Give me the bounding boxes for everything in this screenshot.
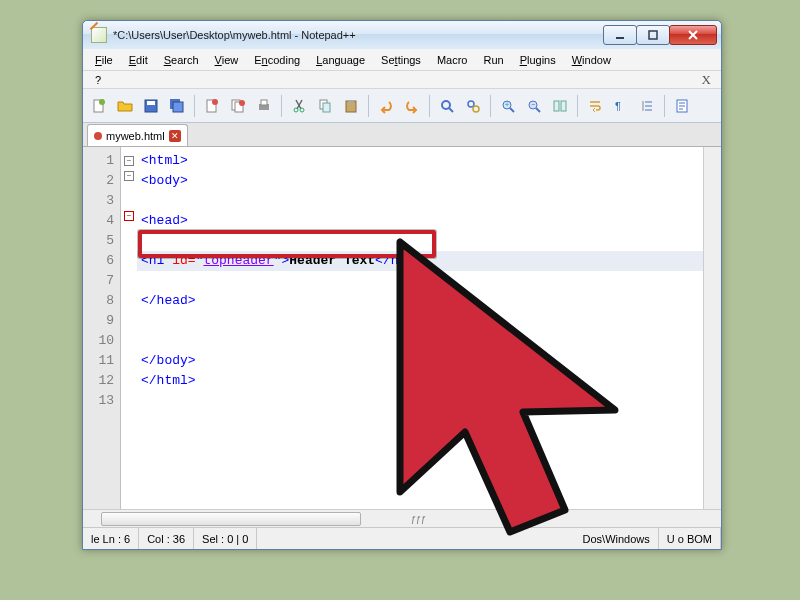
menu-run[interactable]: Run	[477, 52, 509, 68]
menu-help[interactable]: ?	[89, 72, 107, 88]
window-title: *C:\Users\User\Desktop\myweb.html - Note…	[113, 29, 604, 41]
zoom-out-button[interactable]: −	[522, 94, 546, 118]
menubar-close-icon[interactable]: X	[698, 72, 715, 88]
app-icon	[91, 27, 107, 43]
maximize-button[interactable]	[636, 25, 670, 45]
editor[interactable]: 12345678910111213 − − − <html> <body> <h…	[83, 147, 721, 509]
indent-guide-button[interactable]	[635, 94, 659, 118]
menubar-row2: ? X	[83, 71, 721, 89]
svg-point-19	[294, 108, 298, 112]
copy-button[interactable]	[313, 94, 337, 118]
code-area[interactable]: <html> <body> <head> <h1 id="topheader">…	[137, 147, 703, 509]
svg-rect-16	[261, 100, 267, 105]
doc-map-button[interactable]	[670, 94, 694, 118]
fold-column[interactable]: − − −	[121, 147, 137, 509]
menu-view[interactable]: View	[209, 52, 245, 68]
titlebar[interactable]: *C:\Users\User\Desktop\myweb.html - Note…	[83, 21, 721, 49]
tab-myweb[interactable]: myweb.html ✕	[87, 124, 188, 146]
show-chars-button[interactable]: ¶	[609, 94, 633, 118]
paste-button[interactable]	[339, 94, 363, 118]
svg-text:−: −	[531, 101, 535, 108]
new-file-button[interactable]	[87, 94, 111, 118]
svg-rect-36	[561, 101, 566, 111]
print-button[interactable]	[252, 94, 276, 118]
close-button[interactable]	[669, 25, 717, 45]
status-eol: Dos\Windows	[575, 528, 659, 549]
cut-button[interactable]	[287, 94, 311, 118]
vertical-scrollbar[interactable]	[703, 147, 721, 509]
menu-settings[interactable]: Settings	[375, 52, 427, 68]
svg-point-20	[300, 108, 304, 112]
sync-scroll-button[interactable]	[548, 94, 572, 118]
fold-icon[interactable]: −	[124, 156, 134, 166]
find-button[interactable]	[435, 94, 459, 118]
menu-macro[interactable]: Macro	[431, 52, 474, 68]
tab-label: myweb.html	[106, 130, 165, 142]
statusbar: le Ln : 6 Col : 36 Sel : 0 | 0 Dos\Windo…	[83, 527, 721, 549]
menu-search[interactable]: Search	[158, 52, 205, 68]
svg-rect-7	[147, 101, 155, 105]
menu-window[interactable]: Window	[566, 52, 617, 68]
menu-edit[interactable]: Edit	[123, 52, 154, 68]
save-button[interactable]	[139, 94, 163, 118]
menu-language[interactable]: Language	[310, 52, 371, 68]
menu-plugins[interactable]: Plugins	[514, 52, 562, 68]
svg-point-27	[468, 101, 474, 107]
undo-button[interactable]	[374, 94, 398, 118]
svg-rect-35	[554, 101, 559, 111]
annotation-highlight-box	[138, 230, 436, 258]
open-file-button[interactable]	[113, 94, 137, 118]
svg-text:¶: ¶	[615, 100, 621, 112]
status-sel: Sel : 0 | 0	[194, 528, 257, 549]
svg-rect-1	[649, 31, 657, 39]
replace-button[interactable]	[461, 94, 485, 118]
app-window: *C:\Users\User\Desktop\myweb.html - Note…	[82, 20, 722, 550]
status-col: Col : 36	[139, 528, 194, 549]
svg-rect-22	[323, 103, 330, 112]
fold-icon[interactable]: −	[124, 211, 134, 221]
redo-button[interactable]	[400, 94, 424, 118]
tabstrip: myweb.html ✕	[83, 123, 721, 147]
line-gutter: 12345678910111213	[83, 147, 121, 509]
minimize-button[interactable]	[603, 25, 637, 45]
svg-line-33	[536, 108, 540, 112]
status-encoding: U o BOM	[659, 528, 721, 549]
tab-close-icon[interactable]: ✕	[169, 130, 181, 142]
zoom-in-button[interactable]: +	[496, 94, 520, 118]
svg-text:+: +	[505, 101, 509, 108]
menu-file[interactable]: File	[89, 52, 119, 68]
svg-point-5	[99, 99, 105, 105]
save-all-button[interactable]	[165, 94, 189, 118]
svg-point-14	[239, 100, 245, 106]
fold-icon[interactable]: −	[124, 171, 134, 181]
wordwrap-button[interactable]	[583, 94, 607, 118]
menu-encoding[interactable]: Encoding	[248, 52, 306, 68]
svg-point-11	[212, 99, 218, 105]
close-all-button[interactable]	[226, 94, 250, 118]
unsaved-dot-icon	[94, 132, 102, 140]
svg-point-28	[473, 106, 479, 112]
scrollbar-thumb[interactable]	[101, 512, 361, 526]
toolbar: + − ¶	[83, 89, 721, 123]
svg-line-26	[449, 108, 453, 112]
status-line: le Ln : 6	[83, 528, 139, 549]
horizontal-scrollbar[interactable]: ƒƒƒ	[83, 509, 721, 527]
svg-line-30	[510, 108, 514, 112]
svg-point-25	[442, 101, 450, 109]
menubar: File Edit Search View Encoding Language …	[83, 49, 721, 71]
svg-rect-24	[348, 100, 354, 103]
svg-rect-9	[173, 102, 183, 112]
close-file-button[interactable]	[200, 94, 224, 118]
